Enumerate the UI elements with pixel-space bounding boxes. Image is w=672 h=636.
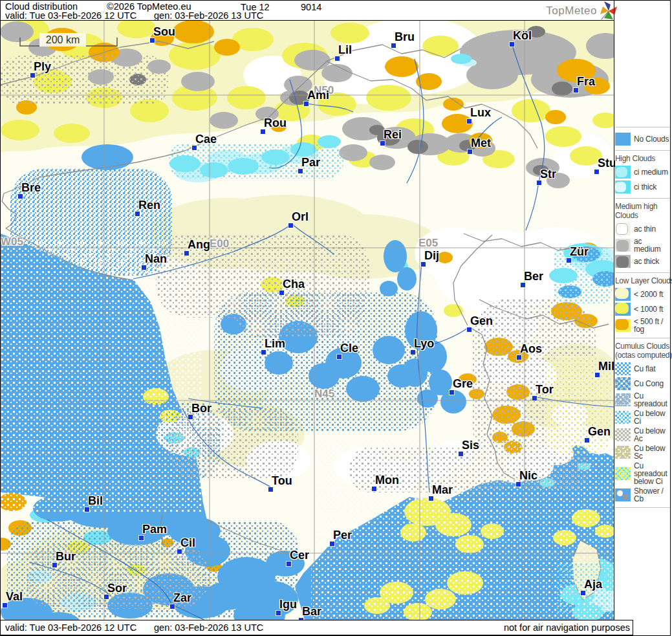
cu-below-sc-swatch (615, 446, 631, 459)
legend-item: < 2000 ft (615, 288, 670, 301)
legend-item-label: Cu flat (634, 365, 655, 373)
scale-label: 200 km (39, 33, 86, 47)
legend-item-label: Shower / Cb (634, 487, 670, 503)
legend-item-label: Cu spreadout (634, 392, 670, 408)
topmeteo-logo: TopMeteo (547, 0, 669, 20)
footer-bar: valid: Tue 03-Feb-2026 12 UTC gen: 03-Fe… (1, 620, 633, 635)
legend-item: Cu spreadout below Ci (615, 462, 670, 485)
legend-item: ac thin (615, 223, 670, 236)
legend-item: Cu below Ci (615, 410, 670, 425)
legend-item: Shower / Cb (615, 487, 670, 503)
legend-section-title: Clouds (615, 211, 670, 220)
disclaimer-text: not for air navigation purposes (504, 622, 630, 633)
legend-item: ci medium (615, 166, 670, 179)
cu-cong-swatch (615, 377, 631, 390)
legend-item-label: ac thin (634, 225, 656, 233)
legend-section-title: Low Layer Clouds (615, 276, 670, 285)
legend-item: No Clouds (615, 133, 670, 146)
cu-below-ac-swatch (615, 428, 631, 441)
legend-item: Cu below Sc (615, 444, 670, 460)
legend-section: Low Layer Clouds< 2000 ft< 1000 ft< 500 … (615, 272, 670, 338)
legend-section-title: Medium high (615, 202, 670, 211)
legend-item-label: < 500 ft / fog (634, 318, 670, 333)
legend-item-label: Cu spreadout below Ci (634, 462, 670, 485)
legend-item-label: ac medium (634, 237, 670, 253)
legend-item: ac medium (615, 237, 670, 253)
legend-item-label: ci medium (634, 168, 668, 176)
legend-item: < 1000 ft (615, 303, 670, 316)
ci-thick-swatch (615, 181, 631, 193)
pinwheel-icon (598, 0, 619, 20)
legend-item: Cu spreadout (615, 392, 670, 408)
ac-medium-swatch (615, 239, 631, 252)
logo-text: TopMeteo (546, 5, 597, 17)
legend-panel: No CloudsHigh Cloudsci mediumci thickMed… (615, 127, 670, 508)
legend-item-label: < 1000 ft (634, 305, 663, 313)
weather-map (1, 20, 614, 620)
legend-section: No Clouds (615, 127, 670, 150)
topmeteo-cloud-map-page: 200 km N50W05E00E05N45 SouPlyLilBruKölAm… (0, 0, 672, 636)
header-bar: Cloud distribution ©2026 TopMeteo.eu Tue… (1, 1, 614, 21)
legend-item-label: No Clouds (634, 135, 669, 143)
legend-section-title: (octas computed) (615, 351, 670, 360)
legend-item: Cu Cong (615, 377, 670, 390)
lt-1000-swatch (615, 303, 631, 316)
valid-time-text: valid: Tue 03-Feb-2026 12 UTC (5, 10, 136, 21)
legend-section: Cumulus Clouds(octas computed)Cu flatCu … (615, 338, 670, 507)
legend-item-label: Cu below Ac (634, 427, 670, 443)
cu-below-ci-swatch (615, 411, 631, 424)
legend-section-title: High Clouds (615, 154, 670, 163)
cu-spreadout-swatch (615, 393, 631, 406)
legend-item-label: ac thick (634, 258, 659, 265)
legend-section: High Cloudsci mediumci thick (615, 150, 670, 198)
lt-500-swatch (615, 319, 631, 332)
ci-medium-swatch (615, 166, 631, 179)
legend-item: ac thick (615, 255, 670, 268)
cu-flat-swatch (615, 362, 631, 375)
footer-generated-time: gen: 03-Feb-2026 13 UTC (154, 622, 263, 633)
legend-item-label: Cu Cong (634, 380, 664, 388)
no-clouds-swatch (615, 133, 631, 146)
footer-valid-time: valid: Tue 03-Feb-2026 12 UTC (5, 622, 136, 633)
legend-end-divider (615, 507, 670, 508)
legend-section-title: Cumulus Clouds (615, 342, 670, 351)
legend-item: Cu below Ac (615, 427, 670, 443)
cu-spreadout-below-ci-swatch (615, 467, 631, 480)
legend-item: ci thick (615, 181, 670, 193)
lt-2000-swatch (615, 288, 631, 301)
ac-thin-swatch (615, 223, 631, 236)
legend-item-label: < 2000 ft (634, 291, 663, 298)
legend-item-label: Cu below Sc (634, 444, 670, 460)
legend-item: < 500 ft / fog (615, 318, 670, 333)
map-right-border (614, 1, 614, 620)
legend-item-label: ci thick (634, 183, 656, 191)
legend-section: Medium highCloudsac thinac mediumac thic… (615, 198, 670, 272)
legend-item: Cu flat (615, 362, 670, 375)
cloud-field-graphic (1, 20, 614, 620)
generated-time-text: gen: 03-Feb-2026 13 UTC (154, 10, 263, 21)
product-code: 9014 (301, 2, 321, 12)
shower-cb-swatch (615, 488, 631, 501)
ac-thick-swatch (615, 255, 631, 268)
legend-item-label: Cu below Ci (634, 410, 670, 425)
